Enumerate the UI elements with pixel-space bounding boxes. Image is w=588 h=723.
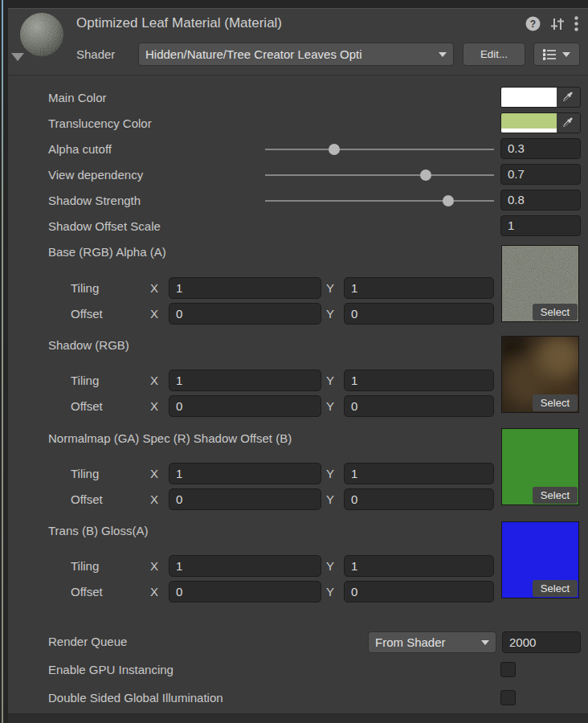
translucency-color-swatch[interactable] bbox=[501, 113, 557, 133]
panel-bottom-strip bbox=[8, 713, 588, 723]
list-icon bbox=[543, 49, 556, 60]
render-queue-dropdown-value: From Shader bbox=[375, 635, 446, 649]
foldout-arrow-icon[interactable] bbox=[11, 53, 24, 61]
slider-track bbox=[265, 174, 494, 176]
y-axis-label: Y bbox=[326, 555, 334, 577]
texture-section-label: Normalmap (GA) Spec (R) Shadow Offset (B… bbox=[48, 431, 292, 445]
offset-x-input[interactable]: 0 bbox=[169, 581, 321, 602]
main-color-alpha-bar bbox=[501, 103, 557, 107]
panel-edge-line bbox=[2, 0, 3, 723]
x-axis-label: X bbox=[150, 303, 158, 325]
shader-label: Shader bbox=[76, 47, 115, 61]
x-axis-label: X bbox=[150, 463, 158, 484]
material-preview-sphere bbox=[19, 12, 64, 57]
y-axis-label: Y bbox=[326, 463, 334, 484]
y-axis-label: Y bbox=[326, 277, 334, 299]
svg-text:?: ? bbox=[530, 18, 536, 30]
render-queue-value[interactable]: 2000 bbox=[502, 631, 581, 653]
presets-icon[interactable] bbox=[549, 17, 566, 31]
double-sided-gi-checkbox[interactable] bbox=[500, 690, 516, 705]
y-axis-label: Y bbox=[326, 395, 334, 417]
offset-label: Offset bbox=[71, 303, 103, 325]
y-axis-label: Y bbox=[326, 370, 334, 391]
offset-y-input[interactable]: 0 bbox=[344, 395, 494, 417]
slider-track bbox=[265, 200, 494, 202]
offset-label: Offset bbox=[71, 488, 103, 510]
texture-section-label: Trans (B) Gloss(A) bbox=[48, 524, 148, 537]
chevron-down-icon bbox=[562, 52, 570, 57]
translucency-color-field[interactable] bbox=[500, 112, 581, 133]
alpha-cutoff-label: Alpha cutoff bbox=[48, 142, 112, 156]
render-queue-dropdown[interactable]: From Shader bbox=[368, 631, 496, 653]
help-icon[interactable]: ? bbox=[525, 16, 541, 31]
tiling-x-input[interactable]: 1 bbox=[169, 555, 321, 577]
offset-x-input[interactable]: 0 bbox=[169, 303, 321, 325]
alpha-cutoff-value[interactable]: 0.3 bbox=[500, 138, 581, 159]
chevron-down-icon bbox=[439, 52, 447, 57]
slider-handle[interactable] bbox=[443, 195, 454, 206]
shader-dropdown-value: Hidden/Nature/Tree Creator Leaves Opti bbox=[145, 47, 362, 61]
y-axis-label: Y bbox=[326, 581, 334, 602]
x-axis-label: X bbox=[150, 555, 158, 577]
offset-y-input[interactable]: 0 bbox=[344, 488, 494, 510]
tiling-y-input[interactable]: 1 bbox=[344, 370, 494, 391]
view-dependency-label: View dependency bbox=[48, 168, 143, 182]
tiling-label: Tiling bbox=[71, 555, 99, 577]
view-dependency-value[interactable]: 0.7 bbox=[500, 164, 581, 185]
kebab-menu-icon[interactable] bbox=[574, 16, 578, 31]
gpu-instancing-label: Enable GPU Instancing bbox=[48, 663, 174, 676]
edit-shader-button[interactable]: Edit... bbox=[463, 43, 525, 66]
shadow-strength-slider[interactable] bbox=[265, 195, 494, 206]
offset-label: Offset bbox=[71, 581, 103, 602]
main-color-field[interactable] bbox=[500, 87, 581, 108]
offset-label: Offset bbox=[71, 395, 103, 417]
slider-handle[interactable] bbox=[420, 170, 431, 181]
tiling-y-input[interactable]: 1 bbox=[344, 277, 494, 299]
x-axis-label: X bbox=[150, 277, 158, 299]
offset-y-input[interactable]: 0 bbox=[344, 581, 494, 602]
texture-section-label: Base (RGB) Alpha (A) bbox=[48, 245, 166, 259]
shader-dropdown[interactable]: Hidden/Nature/Tree Creator Leaves Opti bbox=[138, 43, 454, 66]
y-axis-label: Y bbox=[326, 303, 334, 325]
view-dependency-slider[interactable] bbox=[265, 170, 494, 181]
tiling-label: Tiling bbox=[71, 370, 99, 391]
material-title: Optimized Leaf Material (Material) bbox=[76, 15, 282, 31]
shadow-offset-scale-label: Shadow Offset Scale bbox=[48, 219, 161, 233]
offset-x-input[interactable]: 0 bbox=[169, 488, 321, 510]
slider-track bbox=[265, 149, 494, 150]
alpha-cutoff-slider[interactable] bbox=[265, 144, 494, 155]
tiling-label: Tiling bbox=[71, 463, 99, 484]
x-axis-label: X bbox=[150, 370, 158, 391]
shadow-offset-scale-value[interactable]: 1 bbox=[500, 215, 581, 236]
render-queue-label: Render Queue bbox=[48, 635, 127, 648]
tiling-x-input[interactable]: 1 bbox=[169, 370, 321, 391]
tiling-y-input[interactable]: 1 bbox=[344, 463, 494, 484]
slider-handle[interactable] bbox=[329, 144, 340, 155]
list-dropdown-button[interactable] bbox=[533, 43, 580, 66]
x-axis-label: X bbox=[150, 488, 158, 510]
eyedropper-icon[interactable] bbox=[557, 88, 580, 107]
gpu-instancing-checkbox[interactable] bbox=[500, 662, 516, 677]
shadow-strength-value[interactable]: 0.8 bbox=[500, 190, 581, 210]
shadow-strength-label: Shadow Strength bbox=[48, 194, 141, 207]
tiling-x-input[interactable]: 1 bbox=[169, 463, 321, 484]
double-sided-gi-label: Double Sided Global Illumination bbox=[48, 691, 223, 705]
tiling-x-input[interactable]: 1 bbox=[169, 277, 321, 299]
x-axis-label: X bbox=[150, 395, 158, 417]
offset-x-input[interactable]: 0 bbox=[169, 395, 321, 417]
tiling-label: Tiling bbox=[71, 277, 99, 299]
x-axis-label: X bbox=[150, 581, 158, 602]
tiling-y-input[interactable]: 1 bbox=[344, 555, 494, 577]
texture-section-label: Shadow (RGB) bbox=[48, 338, 129, 352]
main-color-label: Main Color bbox=[48, 91, 107, 104]
main-color-swatch[interactable] bbox=[501, 88, 557, 107]
translucency-color-alpha-bar bbox=[501, 129, 557, 133]
translucency-color-label: Translucency Color bbox=[48, 116, 152, 130]
y-axis-label: Y bbox=[326, 488, 334, 510]
eyedropper-icon[interactable] bbox=[557, 113, 580, 133]
offset-y-input[interactable]: 0 bbox=[344, 303, 494, 325]
chevron-down-icon bbox=[481, 640, 489, 645]
